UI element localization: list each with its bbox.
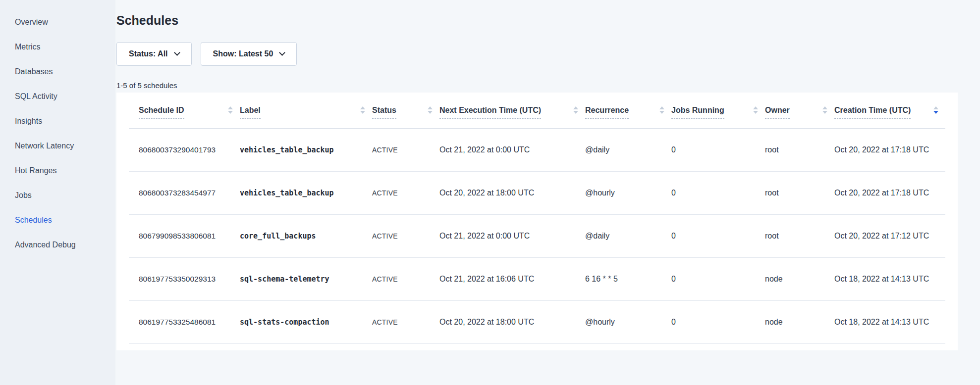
column-label: Schedule ID [139,106,184,115]
label-cell: sql-stats-compaction [240,300,372,343]
label-cell: sql-schema-telemetry [240,257,372,300]
sort-arrows-icon [817,106,827,114]
sort-desc-icon [753,111,758,114]
status-cell: ACTIVE [372,128,439,171]
sort-asc-icon [753,106,758,109]
table-row: 806197753325486081sql-stats-compactionAC… [129,300,945,343]
sort-asc-icon [659,106,664,109]
sort-asc-icon [428,106,433,109]
column-header-jobs-running[interactable]: Jobs Running [671,93,765,128]
creation-time-cell: Oct 20, 2022 at 17:18 UTC [834,171,945,214]
column-header-next-execution-time-utc[interactable]: Next Execution Time (UTC) [439,93,585,128]
page-title: Schedules [116,13,958,28]
owner-cell: root [765,171,834,214]
owner-cell: root [765,214,834,257]
sort-arrows-icon [222,106,233,114]
status-filter-label: Status: All [129,49,168,58]
sidebar-item-overview[interactable]: Overview [0,10,115,35]
schedules-table: Schedule IDLabelStatusNext Execution Tim… [129,93,945,344]
sort-asc-icon [573,106,578,109]
column-header-recurrence[interactable]: Recurrence [585,93,671,128]
table-row: 806197753350029313sql-schema-telemetryAC… [129,257,945,300]
column-label: Label [240,106,261,115]
schedule-id-cell: 806800373290401793 [129,128,240,171]
sidebar-item-network-latency[interactable]: Network Latency [0,134,115,158]
label-cell: vehicles_table_backup [240,171,372,214]
sort-arrows-icon [927,106,938,114]
sidebar-item-advanced-debug[interactable]: Advanced Debug [0,233,115,257]
status-filter-dropdown[interactable]: Status: All [116,42,192,66]
sort-desc-icon [659,111,664,114]
label-cell: vehicles_table_backup [240,128,372,171]
next-execution-time-cell: Oct 20, 2022 at 18:00 UTC [439,300,585,343]
sidebar-item-databases[interactable]: Databases [0,59,115,84]
results-count: 1-5 of 5 schedules [116,81,958,91]
sort-asc-icon [360,106,365,109]
status-cell: ACTIVE [372,171,439,214]
column-header-creation-time-utc[interactable]: Creation Time (UTC) [834,93,945,128]
main-content: Schedules Status: All Show: Latest 50 1-… [115,0,980,385]
sort-desc-icon [573,111,578,114]
sort-desc-icon [228,111,233,114]
chevron-down-icon [279,49,285,56]
sort-arrows-icon [653,106,664,114]
recurrence-cell: @hourly [585,300,671,343]
sort-desc-icon [822,111,827,114]
creation-time-cell: Oct 20, 2022 at 17:18 UTC [834,128,945,171]
owner-cell: node [765,300,834,343]
schedule-id-cell: 806197753325486081 [129,300,240,343]
jobs-running-cell: 0 [671,300,765,343]
sidebar-item-insights[interactable]: Insights [0,109,115,134]
creation-time-cell: Oct 20, 2022 at 17:12 UTC [834,214,945,257]
sort-asc-icon [228,106,233,109]
label-cell: core_full_backups [240,214,372,257]
sort-desc-icon [933,111,938,114]
owner-cell: root [765,128,834,171]
creation-time-cell: Oct 18, 2022 at 14:13 UTC [834,257,945,300]
table-row: 806800373283454977vehicles_table_backupA… [129,171,945,214]
column-header-schedule-id[interactable]: Schedule ID [129,93,240,128]
status-cell: ACTIVE [372,300,439,343]
sidebar-item-hot-ranges[interactable]: Hot Ranges [0,158,115,183]
next-execution-time-cell: Oct 21, 2022 at 0:00 UTC [439,128,585,171]
column-header-owner[interactable]: Owner [765,93,834,128]
sidebar-item-schedules[interactable]: Schedules [0,208,115,233]
recurrence-cell: @daily [585,128,671,171]
column-label: Next Execution Time (UTC) [439,106,541,115]
column-label: Creation Time (UTC) [834,106,911,115]
column-header-status[interactable]: Status [372,93,439,128]
column-label: Owner [765,106,790,115]
sort-arrows-icon [567,106,578,114]
owner-cell: node [765,257,834,300]
schedules-table-card: Schedule IDLabelStatusNext Execution Tim… [116,93,958,350]
sidebar-nav: OverviewMetricsDatabasesSQL ActivityInsi… [0,10,115,257]
sidebar-item-jobs[interactable]: Jobs [0,183,115,208]
sort-desc-icon [428,111,433,114]
sidebar: OverviewMetricsDatabasesSQL ActivityInsi… [0,0,115,385]
column-label: Status [372,106,396,115]
table-body: 806800373290401793vehicles_table_backupA… [129,128,945,343]
recurrence-cell: 6 16 * * 5 [585,257,671,300]
sort-arrows-icon [747,106,758,114]
sidebar-item-metrics[interactable]: Metrics [0,35,115,59]
table-row: 806800373290401793vehicles_table_backupA… [129,128,945,171]
show-filter-label: Show: Latest 50 [213,49,273,58]
jobs-running-cell: 0 [671,214,765,257]
status-cell: ACTIVE [372,214,439,257]
schedule-id-cell: 806800373283454977 [129,171,240,214]
filter-bar: Status: All Show: Latest 50 [116,42,958,66]
next-execution-time-cell: Oct 21, 2022 at 0:00 UTC [439,214,585,257]
sidebar-item-sql-activity[interactable]: SQL Activity [0,84,115,109]
jobs-running-cell: 0 [671,171,765,214]
column-header-label[interactable]: Label [240,93,372,128]
sort-arrows-icon [422,106,433,114]
column-label: Recurrence [585,106,629,115]
show-filter-dropdown[interactable]: Show: Latest 50 [201,42,297,66]
schedule-id-cell: 806197753350029313 [129,257,240,300]
recurrence-cell: @hourly [585,171,671,214]
table-header-row: Schedule IDLabelStatusNext Execution Tim… [129,93,945,128]
sort-asc-icon [933,106,938,109]
sort-asc-icon [822,106,827,109]
column-label: Jobs Running [671,106,724,115]
table-row: 806799098533806081core_full_backupsACTIV… [129,214,945,257]
